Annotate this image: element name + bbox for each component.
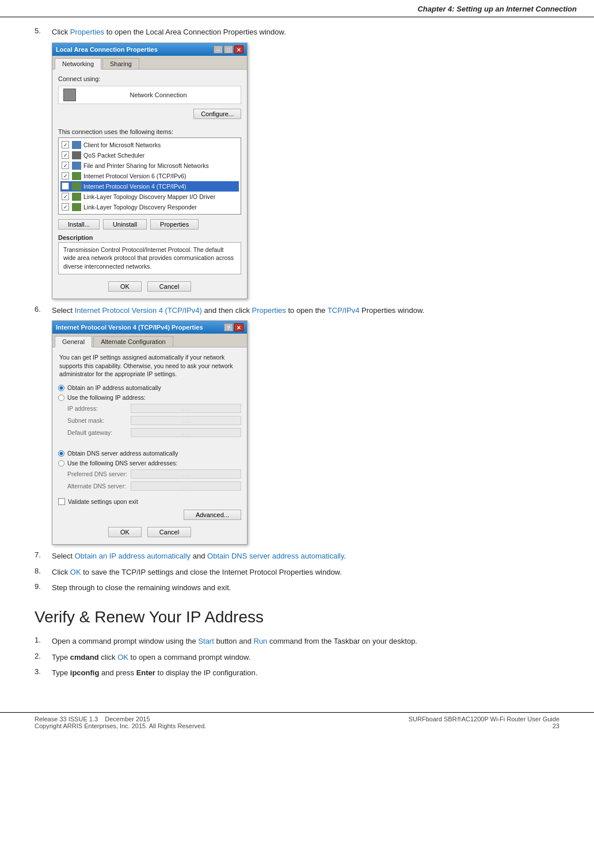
- section2-step-3: 3. Type ipconfig and press Enter to disp…: [35, 667, 559, 679]
- footer-left-line2: Copyright ARRIS Enterprises, Inc. 2015. …: [35, 722, 206, 729]
- radio-use-dns[interactable]: [58, 460, 64, 466]
- checkbox-file-sharing[interactable]: [62, 162, 69, 169]
- ipv6-label: Internet Protocol Version 6 (TCP/IPv6): [83, 173, 186, 179]
- ipv4-link[interactable]: Internet Protocol Version 4 (TCP/IPv4): [75, 306, 202, 315]
- connect-row: Network Connection: [58, 86, 241, 104]
- minimize-button-1[interactable]: ─: [214, 45, 223, 53]
- checkbox-lltd-mapper[interactable]: [62, 193, 69, 200]
- checkbox-lltd-responder[interactable]: [62, 203, 69, 211]
- local-area-connection-dialog: Local Area Connection Properties ─ □ ✕ N…: [52, 43, 248, 299]
- section2-step-2: 2. Type cmdand click OK to open a comman…: [35, 652, 559, 663]
- dialog2-wrapper: Internet Protocol Version 4 (TCP/IPv4) P…: [52, 320, 559, 545]
- footer-left: Release 33 ISSUE 1.3 December 2015 Copyr…: [35, 716, 206, 729]
- dialog2-titlebar: Internet Protocol Version 4 (TCP/IPv4) P…: [52, 321, 247, 334]
- alternate-dns-input[interactable]: . . .: [131, 481, 241, 491]
- cancel-button-dialog1[interactable]: Cancel: [147, 281, 191, 292]
- s2-step-number-3: 3.: [35, 667, 52, 676]
- step-number-8: 8.: [35, 567, 52, 575]
- items-list: Client for Microsoft Networks QoS Packet…: [58, 137, 241, 215]
- close-button-2[interactable]: ✕: [234, 323, 243, 331]
- start-link[interactable]: Start: [198, 637, 214, 645]
- connect-using-label: Connect using:: [58, 75, 241, 82]
- tab-networking[interactable]: Networking: [55, 58, 101, 70]
- list-item-ipv4[interactable]: Internet Protocol Version 4 (TCP/IPv4): [60, 181, 239, 192]
- list-item-ipv6[interactable]: Internet Protocol Version 6 (TCP/IPv6): [60, 171, 239, 181]
- radio-obtain-ip-row[interactable]: Obtain an IP address automatically: [58, 384, 241, 391]
- advanced-btn-row: Advanced...: [58, 510, 241, 520]
- description-section: Description Transmission Control Protoco…: [58, 234, 241, 274]
- install-button[interactable]: Install...: [58, 219, 100, 230]
- properties-button-dialog1[interactable]: Properties: [150, 219, 199, 230]
- ipconfig-bold: ipconfig: [70, 668, 100, 677]
- checkbox-client-ms[interactable]: [62, 141, 69, 148]
- list-item-qos[interactable]: QoS Packet Scheduler: [60, 150, 239, 160]
- validate-row: Validate settings upon exit: [58, 498, 241, 505]
- default-gateway-input[interactable]: . . .: [131, 428, 241, 437]
- checkbox-ipv4[interactable]: [62, 182, 69, 190]
- radio-use-ip[interactable]: [58, 395, 64, 401]
- maximize-button-1[interactable]: □: [224, 45, 233, 53]
- checkbox-qos[interactable]: [62, 151, 69, 159]
- qos-label: QoS Packet Scheduler: [83, 152, 144, 159]
- s2-step-text-3: Type ipconfig and press Enter to display…: [52, 667, 257, 679]
- step-9: 9. Step through to close the remaining w…: [35, 582, 559, 594]
- dialog2-title: Internet Protocol Version 4 (TCP/IPv4) P…: [56, 324, 203, 331]
- ip-address-row: IP address: . . .: [58, 404, 241, 413]
- ok-button-dialog1[interactable]: OK: [108, 281, 142, 292]
- tab-sharing[interactable]: Sharing: [102, 58, 139, 69]
- chapter-title: Chapter 4: Setting up an Internet Connec…: [417, 5, 577, 13]
- radio-obtain-ip[interactable]: [58, 385, 64, 391]
- lltd-mapper-icon: [72, 193, 81, 201]
- section-divider-dns: [58, 442, 241, 445]
- tab-alternate-config[interactable]: Alternate Configuration: [93, 336, 173, 347]
- description-text: Transmission Control Protocol/Internet P…: [58, 242, 241, 274]
- step-text-5: Click Properties to open the Local Area …: [52, 26, 286, 38]
- dialog2-tabs: General Alternate Configuration: [52, 334, 247, 347]
- lltd-responder-label: Link-Layer Topology Discovery Responder: [83, 204, 197, 211]
- description-label: Description: [58, 234, 241, 241]
- ok-button-dialog2[interactable]: OK: [108, 527, 142, 537]
- obtain-ip-link[interactable]: Obtain an IP address automatically: [75, 552, 191, 560]
- help-button-2[interactable]: ?: [224, 323, 233, 331]
- checkbox-ipv6[interactable]: [62, 172, 69, 179]
- default-gateway-row: Default gateway: . . .: [58, 428, 241, 437]
- tab-general[interactable]: General: [55, 336, 92, 347]
- radio-obtain-dns[interactable]: [58, 450, 64, 457]
- footer-right-line2: 23: [409, 722, 559, 729]
- uninstall-button[interactable]: Uninstall: [103, 219, 147, 230]
- obtain-dns-link[interactable]: Obtain DNS server address automatically: [207, 552, 344, 560]
- tcpipv4-link[interactable]: TCP/IPv4: [328, 306, 360, 315]
- step-5: 5. Click Properties to open the Local Ar…: [35, 26, 559, 38]
- radio-use-dns-row[interactable]: Use the following DNS server addresses:: [58, 460, 241, 466]
- preferred-dns-row: Preferred DNS server: . . .: [58, 469, 241, 479]
- radio-use-ip-row[interactable]: Use the following IP address:: [58, 394, 241, 401]
- preferred-dns-input[interactable]: . . .: [131, 469, 241, 479]
- close-button-1[interactable]: ✕: [234, 45, 243, 53]
- properties-link-5[interactable]: Properties: [70, 28, 104, 36]
- step-number-5: 5.: [35, 26, 52, 35]
- subnet-mask-label: Subnet mask:: [67, 417, 131, 424]
- ok-link-s2[interactable]: OK: [117, 653, 128, 661]
- subnet-mask-input[interactable]: . . .: [131, 416, 241, 425]
- dialog1-body: Connect using: Network Connection Config…: [52, 70, 247, 299]
- radio-use-dns-label: Use the following DNS server addresses:: [67, 460, 177, 466]
- run-link[interactable]: Run: [254, 637, 268, 645]
- validate-checkbox[interactable]: [58, 498, 65, 505]
- properties-link-6[interactable]: Properties: [252, 306, 286, 315]
- validate-label: Validate settings upon exit: [68, 498, 138, 505]
- advanced-button[interactable]: Advanced...: [184, 510, 241, 520]
- radio-obtain-dns-row[interactable]: Obtain DNS server address automatically: [58, 450, 241, 457]
- list-item-file-sharing[interactable]: File and Printer Sharing for Microsoft N…: [60, 160, 239, 171]
- list-item-lltd-mapper[interactable]: Link-Layer Topology Discovery Mapper I/O…: [60, 192, 239, 202]
- titlebar-buttons-2: ? ✕: [224, 323, 243, 331]
- ok-link-8[interactable]: OK: [70, 568, 81, 576]
- step-text-7: Select Obtain an IP address automaticall…: [52, 550, 346, 562]
- list-item-lltd-responder[interactable]: Link-Layer Topology Discovery Responder: [60, 202, 239, 212]
- radio-use-ip-label: Use the following IP address:: [67, 394, 146, 401]
- file-sharing-icon: [72, 162, 81, 170]
- dialog1-title: Local Area Connection Properties: [56, 46, 158, 53]
- cancel-button-dialog2[interactable]: Cancel: [147, 527, 191, 537]
- configure-button[interactable]: Configure...: [193, 109, 241, 119]
- ip-address-input[interactable]: . . .: [131, 404, 241, 413]
- list-item-client-ms[interactable]: Client for Microsoft Networks: [60, 140, 239, 150]
